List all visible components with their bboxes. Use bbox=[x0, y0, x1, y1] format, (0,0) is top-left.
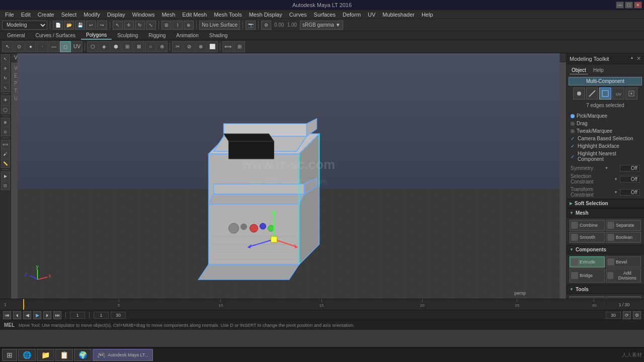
goto-start-button[interactable]: ⏮ bbox=[3, 311, 11, 319]
open-file-button[interactable]: 📂 bbox=[64, 21, 74, 30]
goto-end-button[interactable]: ⏭ bbox=[53, 311, 61, 319]
rotate-lt-button[interactable]: ↻ bbox=[1, 73, 10, 82]
menu-curves[interactable]: Curves bbox=[286, 11, 310, 18]
tweak-marquee-row[interactable]: Tweak/Marquee bbox=[567, 127, 644, 135]
notes-button[interactable]: 📋 bbox=[55, 349, 73, 361]
menu-mesh-display[interactable]: Mesh Display bbox=[246, 11, 285, 18]
menu-help[interactable]: Help bbox=[419, 11, 436, 18]
lasso-select-button[interactable]: ⊙ bbox=[14, 41, 25, 52]
smooth-icon-button[interactable]: ○ bbox=[145, 41, 156, 52]
tools-section-header[interactable]: ▼ Tools bbox=[567, 285, 644, 294]
redo-button[interactable]: ↪ bbox=[97, 21, 107, 30]
uv-mode-button[interactable]: UV bbox=[71, 41, 83, 52]
combine-icon-button[interactable]: ⊞ bbox=[122, 41, 133, 52]
panel-close-button[interactable]: ✕ bbox=[636, 55, 641, 62]
camera-button[interactable]: 📷 bbox=[246, 21, 256, 30]
menu-mesh-tools[interactable]: Mesh Tools bbox=[211, 11, 245, 18]
tab-animation[interactable]: Animation bbox=[171, 32, 203, 40]
playhead[interactable] bbox=[23, 299, 24, 310]
append-poly-icon-button[interactable]: ⊞ bbox=[234, 41, 245, 52]
face-comp-icon[interactable] bbox=[599, 87, 611, 100]
menu-display[interactable]: Display bbox=[104, 11, 128, 18]
edge-mode-button[interactable]: — bbox=[48, 41, 59, 52]
tab-help[interactable]: Help bbox=[591, 66, 606, 74]
start-button[interactable]: ⊞ bbox=[2, 349, 17, 361]
timeline-frames[interactable]: 1 5 10 15 20 25 30 bbox=[11, 299, 604, 310]
snap-point-button[interactable]: ⊕ bbox=[184, 21, 194, 30]
viewport[interactable]: View Shading Lighting Show Renderer Pane… bbox=[11, 53, 566, 299]
maximize-button[interactable]: □ bbox=[625, 2, 633, 9]
anim-settings-button[interactable]: ⚙ bbox=[633, 311, 641, 319]
rotate-tool-button[interactable]: ↻ bbox=[135, 21, 145, 30]
explorer-button[interactable]: 📁 bbox=[37, 349, 54, 361]
panel-scroll-up[interactable]: ▲ bbox=[629, 55, 635, 62]
tab-shading[interactable]: Shading bbox=[204, 32, 233, 40]
menu-mesh[interactable]: Mesh bbox=[158, 11, 178, 18]
anim-end-input[interactable] bbox=[606, 312, 621, 319]
smooth-button[interactable]: Smooth bbox=[570, 232, 605, 243]
move-lt-button[interactable]: ✛ bbox=[1, 64, 10, 73]
browser2-button[interactable]: 🌍 bbox=[74, 349, 92, 361]
play-button[interactable]: ▶ bbox=[33, 311, 41, 319]
bevel-button[interactable]: Bevel bbox=[606, 256, 641, 267]
loop-button[interactable]: ⟳ bbox=[623, 311, 631, 319]
bridge-icon-button[interactable]: ⬢ bbox=[110, 41, 121, 52]
bevel-icon-button[interactable]: ◈ bbox=[99, 41, 110, 52]
separate-button[interactable]: Separate bbox=[606, 220, 641, 231]
new-file-button[interactable]: 📄 bbox=[53, 21, 63, 30]
vf-comp-icon[interactable] bbox=[625, 87, 637, 100]
pick-marquee-row[interactable]: Pick/Marquee bbox=[567, 112, 644, 120]
symmetry-lt-button[interactable]: ⟺ bbox=[1, 140, 10, 149]
selection-constraint-value[interactable]: Off bbox=[620, 176, 640, 183]
measure-lt-button[interactable]: 📏 bbox=[1, 159, 10, 168]
render-settings-button[interactable]: ⚙ bbox=[261, 21, 271, 30]
menu-edit[interactable]: Edit bbox=[18, 11, 34, 18]
soft-sel-lt-button[interactable]: ⊙ bbox=[1, 127, 10, 136]
multi-cut-icon-button[interactable]: ✂ bbox=[172, 41, 183, 52]
boolean-button[interactable]: Boolean bbox=[606, 232, 641, 243]
paint-select-button[interactable]: ● bbox=[25, 41, 36, 52]
menu-deform[interactable]: Deform bbox=[340, 11, 364, 18]
menu-windows[interactable]: Windows bbox=[129, 11, 158, 18]
maya-taskbar-button[interactable]: 🎮 Autodesk Maya LT... bbox=[93, 349, 153, 361]
menu-modify[interactable]: Modify bbox=[80, 11, 103, 18]
menu-select[interactable]: Select bbox=[58, 11, 80, 18]
mirror-icon-button[interactable]: ⟺ bbox=[222, 41, 233, 52]
undo-button[interactable]: ↩ bbox=[86, 21, 96, 30]
menu-mubleshader[interactable]: Mubleshader bbox=[379, 11, 418, 18]
bridge-button[interactable]: Bridge bbox=[570, 268, 605, 283]
snap-curve-button[interactable]: ⌇ bbox=[173, 21, 183, 30]
scene-viewport[interactable]: x y z www.rr-sc.com 人人素材 www.rr-sc.com bbox=[11, 53, 566, 299]
connect-icon-button[interactable]: ⊘ bbox=[184, 41, 195, 52]
snap-grid-button[interactable]: ⊞ bbox=[162, 21, 172, 30]
close-button[interactable]: ✕ bbox=[634, 2, 642, 9]
highlight-nearest-component-row[interactable]: ✓ Highlight Nearest Component bbox=[567, 150, 644, 163]
menu-uv[interactable]: UV bbox=[365, 11, 378, 18]
snap-lt-button[interactable]: ⊕ bbox=[1, 118, 10, 127]
ie-button[interactable]: 🌐 bbox=[18, 349, 36, 361]
range-start-input[interactable] bbox=[94, 312, 109, 319]
drag-row[interactable]: Drag bbox=[567, 120, 644, 127]
edge-comp-icon[interactable] bbox=[586, 87, 598, 100]
camera-based-selection-row[interactable]: ✓ Camera Based Selection bbox=[567, 135, 644, 142]
menu-edit-mesh[interactable]: Edit Mesh bbox=[179, 11, 210, 18]
scale-tool-button[interactable]: ⤡ bbox=[146, 21, 156, 30]
vertex-mode-button[interactable]: · bbox=[37, 41, 48, 52]
mode-dropdown[interactable]: Modeling bbox=[2, 21, 47, 30]
transform-constraint-value[interactable]: Off bbox=[620, 189, 640, 196]
range-end-input[interactable] bbox=[111, 312, 126, 319]
soft-selection-header[interactable]: ▶ Soft Selection bbox=[567, 199, 644, 208]
tab-polygons[interactable]: Polygons bbox=[81, 31, 112, 40]
show-lt-button[interactable]: 👁 bbox=[1, 96, 10, 105]
uv-comp-icon[interactable]: UV bbox=[612, 87, 624, 100]
move-tool-button[interactable]: ✛ bbox=[124, 21, 134, 30]
gamma-dropdown[interactable]: sRGB gamma ▼ bbox=[300, 21, 343, 30]
menu-create[interactable]: Create bbox=[35, 11, 57, 18]
current-frame-input[interactable] bbox=[70, 312, 85, 319]
vertex-comp-icon[interactable] bbox=[573, 87, 585, 100]
components-section-header[interactable]: ▼ Components bbox=[567, 245, 644, 254]
add-divisions-button[interactable]: Add Divisions bbox=[606, 268, 641, 283]
select-mode-button[interactable]: ↖ bbox=[2, 41, 13, 52]
render-lt-button[interactable]: ▶ bbox=[1, 171, 10, 180]
timeline[interactable]: 1 1 5 10 15 20 25 30 bbox=[0, 299, 644, 310]
